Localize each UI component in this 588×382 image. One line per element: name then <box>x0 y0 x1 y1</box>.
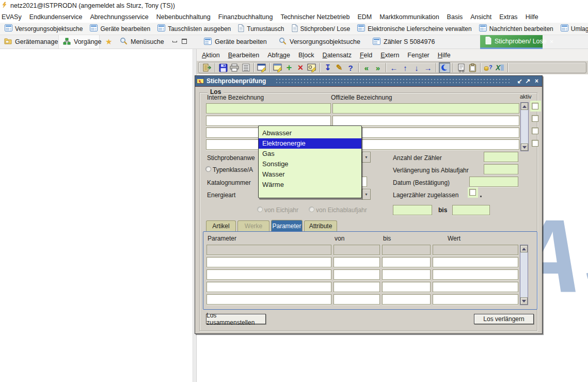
table-scrollbar[interactable] <box>520 245 528 305</box>
aktiv-checkbox-row4[interactable] <box>532 140 538 147</box>
toolbar-button-umlagerung[interactable]: Umlagerung <box>558 23 588 34</box>
dropdown-option-sonstige[interactable]: Sonstige <box>259 159 361 169</box>
list-icon[interactable] <box>241 62 251 73</box>
mdi-tab-zaehler[interactable]: Zähler S 5084976 <box>368 35 440 49</box>
bis-cell-r3[interactable] <box>382 269 431 280</box>
von-cell-r2[interactable] <box>333 257 380 267</box>
eichjahr-von-field[interactable] <box>393 205 432 215</box>
next-block-icon[interactable]: » <box>373 62 383 73</box>
wert-cell-r5[interactable] <box>433 294 518 305</box>
wert-cell-r1[interactable] <box>433 245 518 255</box>
menu-item-nebenbuchhaltung[interactable]: Nebenbuchhaltung <box>156 13 211 21</box>
toolbar-button-turnustausch[interactable]: Turnustausch <box>235 23 287 35</box>
menu-item-marktkommunikation[interactable]: Marktkommunikation <box>379 13 439 21</box>
interne-bezeichnung-field-row2[interactable] <box>206 116 331 126</box>
toolbar-button-geraete-bearbeiten[interactable]: Geräte bearbeiten <box>87 23 153 34</box>
dock-tab-menuesuche[interactable]: Menüsuche <box>116 35 165 49</box>
enter-query-icon[interactable] <box>273 62 283 73</box>
navigator-icon[interactable] <box>439 62 450 73</box>
mdi-tab-geraete-bearbeiten[interactable]: Geräte bearbeiten <box>199 35 272 49</box>
scroll-down-icon[interactable] <box>521 144 528 151</box>
forms-menu-hilfe[interactable]: Hilfe <box>438 52 451 59</box>
tab-attribute[interactable]: Attribute <box>304 220 337 231</box>
list-of-values-icon[interactable] <box>456 62 466 73</box>
los-verlaengern-button[interactable]: Los verlängern <box>474 314 534 324</box>
dock-tab-vorgaenge[interactable]: Vorgänge <box>58 35 100 49</box>
von-cell-r3[interactable] <box>333 269 380 280</box>
edit-field-icon[interactable]: ✎ <box>334 62 344 73</box>
von-eichjahr-radio[interactable] <box>257 206 263 212</box>
previous-field-icon[interactable]: ← <box>389 62 399 73</box>
eichjahr-bis-field[interactable] <box>452 205 490 215</box>
toolbar-button-stichproben-lose[interactable]: Stichproben/ Lose <box>289 23 354 35</box>
parameter-cell-r1[interactable] <box>206 245 331 255</box>
favorites-star-icon[interactable]: ★ <box>101 35 115 49</box>
save-icon[interactable] <box>218 62 228 73</box>
anzahl-zaehler-field[interactable] <box>484 152 518 162</box>
dialog-close-icon[interactable]: × <box>533 77 541 85</box>
offizielle-bezeichnung-field-row1[interactable] <box>332 103 519 114</box>
dropdown-option-wasser[interactable]: Wasser <box>259 169 361 180</box>
bis-cell-r5[interactable] <box>382 294 431 305</box>
toolbar-button-versorgungsobjektsuche[interactable]: Versorgungsobjektsuche <box>2 23 86 34</box>
query-edit-icon[interactable] <box>307 62 317 73</box>
menu-item-technischer-netzbetrieb[interactable]: Technischer Netzbetrieb <box>280 13 349 21</box>
scroll-up-icon[interactable] <box>521 103 528 110</box>
von-cell-r4[interactable] <box>333 282 380 292</box>
energieart-dropdown-button[interactable]: ▼ <box>362 189 371 200</box>
aktiv-checkbox-row1[interactable] <box>532 103 538 109</box>
menu-item-extras[interactable]: Extras <box>499 13 517 21</box>
execute-query-icon[interactable]: ↧ <box>323 62 333 73</box>
dropdown-option-waerme[interactable]: Wärme <box>259 180 361 190</box>
aktiv-checkbox-row3[interactable] <box>532 128 538 134</box>
wert-cell-r4[interactable] <box>433 282 518 292</box>
edit-window-icon[interactable] <box>257 62 267 73</box>
menu-item-finanzbuchhaltung[interactable]: Finanzbuchhaltung <box>218 13 273 21</box>
verlaengerung-field[interactable] <box>484 164 518 174</box>
los-zusammenstellen-button[interactable]: Los zusammenstellen <box>206 314 266 324</box>
record-scrollbar[interactable] <box>520 102 529 151</box>
aktiv-checkbox-row2[interactable] <box>532 115 538 122</box>
dock-tab-geraetemanagement[interactable]: Gerätemanage... <box>0 35 58 49</box>
panel-maximize-button[interactable] <box>180 38 188 45</box>
menu-item-ansicht[interactable]: Ansicht <box>470 13 491 21</box>
interne-bezeichnung-field-row1[interactable] <box>206 103 331 114</box>
dropdown-option-abwasser[interactable]: Abwasser <box>259 128 361 138</box>
print-icon[interactable] <box>229 62 240 73</box>
forms-menu-bearbeiten[interactable]: Bearbeiten <box>228 52 259 59</box>
tab-parameter[interactable]: Parameter <box>271 220 303 231</box>
von-cell-r5[interactable] <box>333 294 380 305</box>
wert-cell-r3[interactable] <box>433 269 518 280</box>
forms-menu-fenster[interactable]: Fenster <box>407 52 429 59</box>
account-query-icon[interactable]: ? <box>483 62 494 73</box>
excel-export-icon[interactable]: X <box>495 62 505 73</box>
lagerzaehler-checkbox[interactable] <box>469 189 476 196</box>
datum-bestaetigung-field[interactable] <box>469 177 518 187</box>
panel-minimize-button[interactable] <box>170 38 179 45</box>
forms-menu-abfrage[interactable]: Abfrage <box>267 52 290 59</box>
parameter-cell-r3[interactable] <box>206 269 331 280</box>
scroll-up-icon[interactable] <box>520 245 528 252</box>
bis-cell-r4[interactable] <box>382 282 431 292</box>
parameter-cell-r5[interactable] <box>206 294 331 305</box>
forms-menu-extern[interactable]: Extern <box>380 52 399 59</box>
parameter-cell-r4[interactable] <box>206 282 331 292</box>
tab-werke[interactable]: Werke <box>237 220 269 231</box>
insert-record-icon[interactable]: + <box>284 62 294 73</box>
bis-cell-r2[interactable] <box>382 257 431 267</box>
delete-record-icon[interactable]: × <box>295 62 306 73</box>
next-field-icon[interactable]: → <box>423 62 433 73</box>
menu-item-edm[interactable]: EDM <box>358 13 372 21</box>
parameter-cell-r2[interactable] <box>206 257 331 267</box>
von-eichablaufjahr-radio[interactable] <box>309 206 314 212</box>
stichprobenanweisung-dropdown-button[interactable]: ▼ <box>362 152 371 163</box>
dialog-maximize-icon[interactable]: ↗ <box>524 77 532 85</box>
forms-menu-feld[interactable]: Feld <box>360 52 372 59</box>
close-icon[interactable]: × <box>550 38 554 45</box>
mdi-tab-stichproben-lose-active[interactable]: Stichproben/ Lose × <box>480 35 543 47</box>
offizielle-bezeichnung-field-row2[interactable] <box>332 116 519 126</box>
mdi-tab-versorgungsobjektsuche[interactable]: Versorgungsobjektsuche <box>274 35 365 49</box>
previous-record-icon[interactable]: ↑ <box>400 62 410 73</box>
wert-cell-r2[interactable] <box>433 257 518 267</box>
forms-menu-block[interactable]: Block <box>298 52 314 59</box>
